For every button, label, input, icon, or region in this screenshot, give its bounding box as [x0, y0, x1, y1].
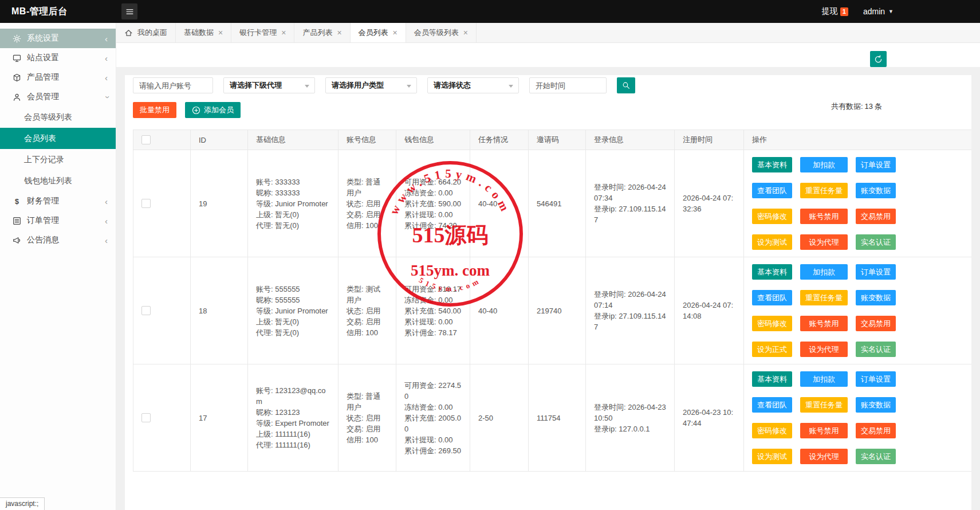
user-type-select[interactable]: 请选择用户类型	[325, 77, 417, 93]
action-reset-task-button[interactable]: 重置任务量	[800, 183, 848, 198]
action-change-password-button[interactable]: 密码修改	[752, 209, 792, 224]
sidebar-subitem-member-level-list[interactable]: 会员等级列表	[0, 107, 116, 128]
hamburger-icon	[125, 7, 134, 16]
action-basic-info-button[interactable]: 基本资料	[752, 264, 792, 280]
action-view-team-button[interactable]: 查看团队	[752, 183, 792, 198]
sidebar-item-site-settings[interactable]: 站点设置‹	[0, 48, 116, 68]
tab-member-level-list[interactable]: 会员等级列表×	[406, 23, 477, 42]
cell-basic-info: 账号: 123123@qq.com昵称: 123123等级: Expert Pr…	[248, 364, 339, 472]
cell-task: 40-40	[470, 257, 529, 364]
sidebar-toggle-button[interactable]	[121, 3, 137, 19]
action-account-changes-button[interactable]: 账变数据	[856, 183, 896, 198]
info-line: 冻结资金: 0.00	[404, 187, 462, 198]
user-menu[interactable]: admin ▼	[863, 7, 894, 16]
tab-bank-card[interactable]: 银行卡管理×	[231, 23, 294, 42]
status-select[interactable]: 请选择状态	[427, 77, 519, 93]
action-order-settings-button[interactable]: 订单设置	[856, 371, 896, 387]
sidebar-item-finance-management[interactable]: $财务管理‹	[0, 191, 116, 211]
sidebar-subitem-wallet-address-list[interactable]: 钱包地址列表	[0, 170, 116, 191]
tab-member-list[interactable]: 会员列表×	[351, 23, 406, 42]
action-basic-info-button[interactable]: 基本资料	[752, 371, 792, 387]
action-view-team-button[interactable]: 查看团队	[752, 290, 792, 305]
account-search-input[interactable]	[133, 77, 213, 93]
action-adjust-funds-button[interactable]: 加扣款	[800, 264, 848, 280]
select-all-checkbox[interactable]	[141, 135, 151, 144]
action-disable-account-button[interactable]: 账号禁用	[800, 423, 848, 438]
action-real-name-button[interactable]: 实名认证	[856, 234, 896, 250]
info-line: 累计提现: 0.00	[404, 434, 462, 445]
info-line: 冻结资金: 0.00	[404, 295, 462, 305]
info-line: 上级: 暂无(0)	[256, 316, 330, 327]
action-set-test-button[interactable]: 设为测试	[752, 449, 792, 464]
action-change-password-button[interactable]: 密码修改	[752, 316, 792, 331]
sidebar-item-announcements[interactable]: 公告消息‹	[0, 230, 116, 250]
action-disable-account-button[interactable]: 账号禁用	[800, 209, 848, 224]
chevron-left-icon: ‹	[105, 197, 108, 206]
action-order-settings-button[interactable]: 订单设置	[856, 264, 896, 280]
action-view-team-button[interactable]: 查看团队	[752, 397, 792, 413]
row-checkbox[interactable]	[141, 306, 151, 315]
close-icon[interactable]: ×	[393, 29, 397, 37]
action-order-settings-button[interactable]: 订单设置	[856, 157, 896, 172]
close-icon[interactable]: ×	[218, 29, 223, 37]
action-disable-trade-button[interactable]: 交易禁用	[856, 423, 896, 438]
action-set-test-button[interactable]: 设为测试	[752, 234, 792, 250]
sidebar-subitem-member-list[interactable]: 会员列表	[0, 128, 116, 149]
close-icon[interactable]: ×	[463, 29, 468, 37]
tab-product-list[interactable]: 产品列表×	[294, 23, 350, 42]
row-checkbox[interactable]	[141, 413, 151, 422]
info-line: 交易: 启用	[347, 316, 388, 327]
action-adjust-funds-button[interactable]: 加扣款	[800, 371, 848, 387]
sidebar-item-order-management[interactable]: 订单管理‹	[0, 211, 116, 230]
action-buttons: 基本资料加扣款订单设置查看团队重置任务量账变数据密码修改账号禁用交易禁用设为正式…	[752, 262, 963, 359]
info-line: 状态: 启用	[347, 305, 388, 316]
cell-register-time: 2026-04-24 07:32:36	[675, 150, 744, 257]
search-button[interactable]	[617, 77, 635, 93]
action-set-agent-button[interactable]: 设为代理	[800, 449, 848, 464]
tab-my-desktop[interactable]: 我的桌面	[116, 23, 176, 42]
action-set-agent-button[interactable]: 设为代理	[800, 234, 848, 250]
action-account-changes-button[interactable]: 账变数据	[856, 397, 896, 413]
action-reset-task-button[interactable]: 重置任务量	[800, 397, 848, 413]
batch-disable-button[interactable]: 批量禁用	[133, 102, 176, 118]
action-set-agent-button[interactable]: 设为代理	[800, 342, 848, 357]
status-bubble: javascript:;	[0, 497, 45, 510]
action-change-password-button[interactable]: 密码修改	[752, 423, 792, 438]
tab-label: 会员等级列表	[414, 28, 459, 38]
cell-id: 18	[191, 257, 248, 364]
cell-basic-info: 账号: 555555昵称: 555555等级: Junior Promoter上…	[248, 257, 339, 364]
refresh-button[interactable]	[870, 51, 887, 67]
agent-select[interactable]: 请选择下级代理	[223, 77, 315, 93]
sidebar-item-product-management[interactable]: 产品管理‹	[0, 68, 116, 87]
tab-basic-data[interactable]: 基础数据×	[176, 23, 231, 42]
cell-id: 19	[191, 150, 248, 257]
sidebar-item-system-settings[interactable]: 系统设置‹	[0, 29, 116, 48]
withdraw-button[interactable]: 提现 1	[822, 6, 848, 17]
action-disable-account-button[interactable]: 账号禁用	[800, 316, 848, 331]
action-reset-task-button[interactable]: 重置任务量	[800, 290, 848, 305]
action-account-changes-button[interactable]: 账变数据	[856, 290, 896, 305]
info-line: 类型: 普通用户	[347, 176, 388, 198]
sidebar-item-member-management[interactable]: 会员管理‹	[0, 87, 116, 107]
close-icon[interactable]: ×	[281, 29, 286, 37]
sidebar-subitem-updown-records[interactable]: 上下分记录	[0, 149, 116, 170]
filter-bar: 请选择下级代理 请选择用户类型 请选择状态	[133, 77, 963, 93]
info-line: 类型: 普通用户	[347, 391, 388, 413]
action-real-name-button[interactable]: 实名认证	[856, 449, 896, 464]
action-real-name-button[interactable]: 实名认证	[856, 342, 896, 357]
row-checkbox[interactable]	[141, 199, 151, 208]
column-header: 账号信息	[339, 130, 396, 150]
action-set-formal-button[interactable]: 设为正式	[752, 342, 792, 357]
cell-login-info: 登录时间: 2026-04-24 07:34登录ip: 27.109.115.1…	[586, 150, 675, 257]
close-icon[interactable]: ×	[337, 29, 341, 37]
action-basic-info-button[interactable]: 基本资料	[752, 157, 792, 172]
action-disable-trade-button[interactable]: 交易禁用	[856, 209, 896, 224]
info-line: 代理: 111111(16)	[256, 440, 330, 450]
svg-text:$: $	[15, 197, 19, 205]
start-time-input[interactable]	[529, 77, 607, 93]
info-line: 累计充值: 2005.00	[404, 413, 462, 434]
action-disable-trade-button[interactable]: 交易禁用	[856, 316, 896, 331]
horn-icon	[13, 236, 21, 245]
add-member-button[interactable]: 添加会员	[185, 102, 241, 118]
action-adjust-funds-button[interactable]: 加扣款	[800, 157, 848, 172]
